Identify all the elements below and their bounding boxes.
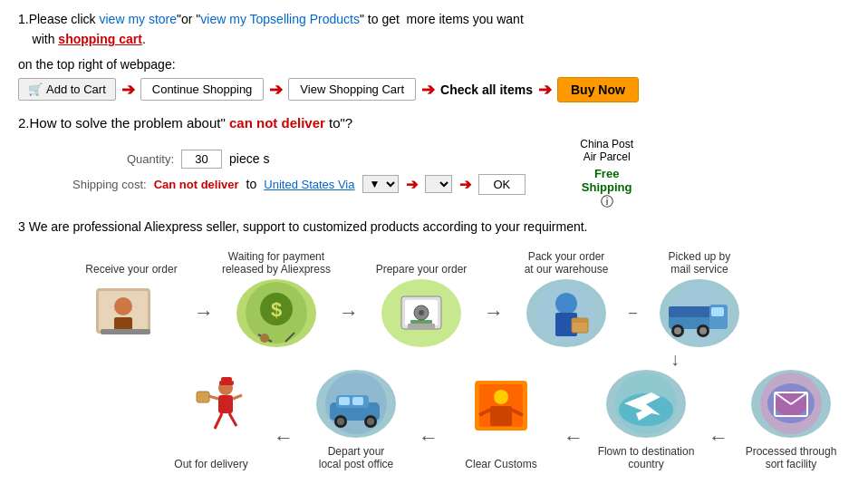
arrow3: ➔ [421, 80, 435, 100]
processed-label: Processed throughsort facility [746, 441, 837, 470]
flow-item-prepare: Prepare your order [362, 247, 480, 347]
customs-icon [461, 370, 541, 438]
flow-item-depart: Depart yourlocal post office [297, 370, 415, 474]
svg-point-27 [674, 327, 681, 334]
payment-icon: $ [236, 279, 316, 347]
on-top-text: on the top right of webpage: [18, 57, 850, 72]
arrow6: ➔ [459, 176, 471, 193]
svg-rect-31 [711, 307, 724, 316]
svg-point-42 [494, 390, 508, 404]
step1-section: 1.Please click view my store"or "view my… [18, 9, 850, 50]
svg-line-60 [233, 395, 242, 399]
pickup-label: Picked up bymail service [669, 247, 731, 276]
step2-section: 2.How to solve the problem about" can no… [18, 115, 850, 210]
flow-item-pickup: Picked up bymail service [641, 247, 758, 347]
arrow-r4: – [625, 273, 641, 321]
arrow5: ➔ [406, 176, 418, 193]
depart-label: Depart yourlocal post office [319, 441, 394, 470]
arrow1: ➔ [121, 80, 135, 100]
shipping-dropdown[interactable]: ▼ [362, 175, 399, 193]
svg-rect-22 [572, 318, 588, 323]
quantity-input[interactable] [181, 150, 222, 169]
to-text: to [246, 177, 257, 191]
china-post-line2: Air Parcel [583, 150, 631, 163]
prepare-label: Prepare your order [376, 247, 468, 276]
step1-text: 1.Please click view my store"or "view my… [18, 9, 850, 50]
main-page: 1.Please click view my store"or "view my… [0, 0, 868, 483]
payment-label: Waiting for paymentreleased by Aliexpres… [222, 247, 331, 276]
free-text: Free [594, 167, 619, 180]
china-post-line1: China Post [580, 138, 633, 150]
flow-item-customs: Clear Customs [442, 370, 560, 474]
svg-line-62 [229, 413, 236, 426]
svg-rect-57 [221, 377, 232, 382]
add-to-cart-button[interactable]: 🛒 Add to Cart [18, 78, 116, 101]
flow-item-delivery: Out for delivery [152, 370, 270, 474]
svg-line-61 [215, 413, 222, 429]
shipping-text: Shipping [582, 180, 632, 194]
shipping-section: Quantity: piece s Shipping cost: Can not… [72, 138, 850, 210]
cart-icon: 🛒 [28, 82, 43, 96]
cannot-deliver-text: can not deliver [226, 115, 325, 131]
svg-point-17 [419, 310, 424, 315]
flow-item-flown: Flown to destinationcountry [587, 370, 705, 474]
quantity-label: Quantity: [127, 152, 174, 166]
svg-point-19 [555, 293, 577, 315]
arrow2: ➔ [269, 80, 283, 100]
shipping-row: Shipping cost: Can not deliver to United… [72, 174, 526, 195]
shipping-cost-label: Shipping cost: [72, 178, 147, 191]
depart-icon [316, 370, 396, 438]
flown-label: Flown to destinationcountry [598, 441, 695, 470]
delivery-icon [171, 370, 251, 438]
svg-rect-14 [408, 324, 435, 329]
step3-title: 3 We are professional Aliexpress seller,… [18, 219, 850, 234]
arrow4: ➔ [538, 80, 552, 100]
flow-item-receive: Receive your order [72, 247, 190, 347]
arrow-r2: → [335, 269, 362, 324]
continue-shopping-button[interactable]: Continue Shopping [140, 78, 265, 101]
flown-icon [606, 370, 686, 438]
ok-button[interactable]: OK [478, 174, 526, 195]
svg-point-54 [367, 418, 374, 425]
svg-rect-43 [490, 406, 512, 426]
receive-icon [92, 279, 171, 347]
svg-rect-50 [352, 397, 363, 405]
view-cart-button[interactable]: View Shopping Cart [288, 78, 416, 101]
shopping-cart-link[interactable]: shopping cart [58, 32, 142, 46]
flow-row2: Processed throughsort facility ← Flown t… [72, 370, 850, 474]
svg-rect-49 [339, 397, 350, 405]
step2-title: 2.How to solve the problem about" can no… [18, 115, 850, 131]
arrow-l4: ← [705, 394, 732, 450]
delivery-label: Out for delivery [174, 441, 247, 470]
step3-section: 3 We are professional Aliexpress seller,… [18, 219, 850, 474]
down-arrow: ↓ [616, 349, 734, 370]
arrow-r1: → [190, 269, 217, 324]
receive-label: Receive your order [85, 247, 177, 276]
check-all-text: Check all items [440, 82, 533, 97]
svg-rect-25 [669, 306, 714, 317]
method-dropdown[interactable]: ▼ [425, 175, 452, 193]
quantity-row: Quantity: piece s [127, 150, 526, 169]
svg-rect-58 [218, 395, 233, 413]
view-topselling-link[interactable]: view my Topselling Products [200, 12, 360, 26]
flow-row1: Receive your order → Waiting for payment… [72, 247, 850, 347]
flow-down-connector: ↓ [72, 349, 850, 370]
shipping-left: Quantity: piece s Shipping cost: Can not… [72, 150, 526, 199]
svg-point-52 [337, 418, 344, 425]
united-states-via-link[interactable]: United States Via [264, 178, 354, 191]
svg-rect-3 [114, 317, 132, 330]
buy-now-button[interactable]: Buy Now [557, 77, 639, 102]
piece-unit: piece s [229, 151, 269, 166]
arrow-l1: ← [270, 394, 297, 450]
pack-label: Pack your orderat our warehouse [525, 247, 609, 276]
arrow-l3: ← [560, 394, 587, 450]
svg-rect-15 [410, 320, 432, 324]
cannot-deliver-label: Can not deliver [154, 178, 239, 191]
svg-point-2 [114, 297, 132, 315]
svg-point-29 [699, 327, 707, 334]
china-post-box: China Post Air Parcel Free Shipping ⓘ [580, 138, 633, 210]
pack-icon [526, 279, 606, 347]
customs-label: Clear Customs [465, 441, 536, 470]
flow-item-processed: Processed throughsort facility [732, 370, 850, 474]
view-store-link[interactable]: view my store [99, 12, 177, 26]
